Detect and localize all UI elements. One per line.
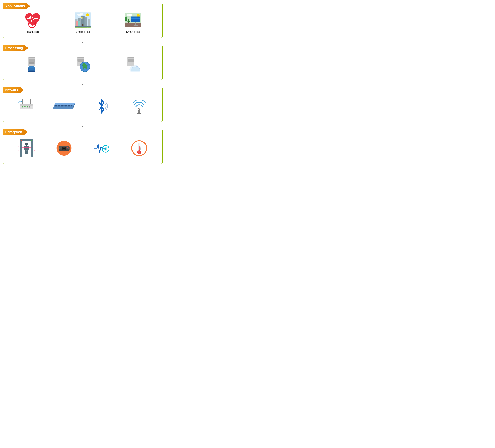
svg-rect-91 xyxy=(20,104,33,106)
svg-rect-102 xyxy=(62,105,63,106)
svg-rect-111 xyxy=(58,107,59,107)
svg-point-95 xyxy=(29,106,30,107)
svg-rect-99 xyxy=(58,105,59,106)
svg-rect-116 xyxy=(65,107,66,107)
svg-point-80 xyxy=(133,57,133,58)
svg-point-139 xyxy=(31,140,32,141)
cloud-server-item xyxy=(108,55,158,73)
svg-rect-136 xyxy=(31,139,33,157)
biosensor-icon xyxy=(94,139,110,157)
svg-rect-52 xyxy=(29,62,35,63)
scanner-icon xyxy=(18,139,35,157)
bluetooth-icon xyxy=(94,97,110,115)
svg-point-163 xyxy=(68,148,69,149)
svg-rect-53 xyxy=(29,63,35,64)
svg-point-64 xyxy=(82,57,83,58)
svg-rect-114 xyxy=(62,107,63,107)
cell-tower-item xyxy=(120,97,158,115)
svg-rect-13 xyxy=(84,17,84,18)
smart-grids-icon xyxy=(125,11,141,29)
local-server-icon xyxy=(25,55,41,73)
svg-point-160 xyxy=(63,148,64,148)
arrow-3: ↕ xyxy=(3,122,163,129)
applications-layer: Applications Health care xyxy=(3,3,163,38)
svg-rect-42 xyxy=(134,17,137,18)
svg-point-162 xyxy=(59,148,60,149)
svg-rect-15 xyxy=(82,18,83,19)
svg-rect-115 xyxy=(63,107,65,107)
svg-rect-44 xyxy=(134,25,138,26)
smart-cities-label: Smart cities xyxy=(76,30,90,33)
svg-point-50 xyxy=(34,59,34,60)
svg-point-65 xyxy=(82,59,83,60)
svg-rect-11 xyxy=(81,17,82,18)
svg-point-51 xyxy=(34,61,34,61)
svg-point-166 xyxy=(105,148,107,150)
internet-server-item xyxy=(58,55,108,73)
local-server-item xyxy=(8,55,58,73)
thermometer-item xyxy=(120,139,158,157)
scanner-item xyxy=(8,139,45,157)
svg-rect-120 xyxy=(71,107,72,107)
svg-rect-29 xyxy=(125,23,141,27)
network-switch-item xyxy=(45,97,83,115)
svg-point-70 xyxy=(82,67,84,69)
svg-point-59 xyxy=(28,70,35,71)
health-care-icon xyxy=(25,11,41,29)
camera-icon xyxy=(56,139,72,157)
svg-rect-96 xyxy=(21,108,32,108)
svg-rect-16 xyxy=(84,18,84,19)
svg-rect-14 xyxy=(81,18,82,19)
processing-label: Processing xyxy=(3,45,28,51)
smart-cities-icon xyxy=(75,11,91,29)
iot-architecture-diagram: Applications Health care xyxy=(3,3,163,164)
wifi-router-item xyxy=(8,97,45,115)
svg-line-151 xyxy=(34,146,35,147)
svg-rect-22 xyxy=(78,21,81,26)
processing-content xyxy=(8,52,158,76)
svg-point-93 xyxy=(24,106,26,107)
svg-point-49 xyxy=(34,57,34,58)
arrow-1: ↕ xyxy=(3,38,163,45)
health-care-label: Health care xyxy=(26,30,40,33)
svg-rect-134 xyxy=(137,113,141,114)
svg-point-138 xyxy=(21,140,22,141)
svg-rect-101 xyxy=(61,105,62,106)
svg-line-153 xyxy=(34,150,35,150)
svg-point-28 xyxy=(129,14,132,16)
bluetooth-item xyxy=(83,97,120,115)
svg-rect-30 xyxy=(125,23,141,23)
perception-label: Perception xyxy=(3,129,28,135)
svg-rect-170 xyxy=(139,146,140,151)
svg-rect-89 xyxy=(30,99,31,104)
applications-label: Applications xyxy=(3,3,30,9)
svg-point-92 xyxy=(22,106,23,107)
svg-rect-41 xyxy=(131,17,134,18)
network-switch-icon xyxy=(53,97,75,115)
biosensor-item xyxy=(83,139,120,157)
svg-line-150 xyxy=(18,150,19,150)
svg-point-0 xyxy=(34,22,37,24)
svg-line-148 xyxy=(18,146,19,147)
network-label: Network xyxy=(3,87,24,93)
svg-point-58 xyxy=(28,68,35,70)
svg-rect-23 xyxy=(82,24,83,26)
svg-rect-97 xyxy=(55,105,56,106)
arrow-2: ↕ xyxy=(3,80,163,87)
internet-server-icon xyxy=(75,55,91,73)
svg-point-161 xyxy=(67,147,68,148)
smart-grids-item: Smart grids xyxy=(108,11,158,33)
svg-rect-21 xyxy=(76,21,78,26)
svg-rect-19 xyxy=(78,26,80,27)
svg-rect-144 xyxy=(25,150,27,154)
svg-rect-100 xyxy=(59,105,60,106)
camera-item xyxy=(45,139,83,157)
svg-point-1 xyxy=(28,23,29,24)
network-content xyxy=(8,94,158,118)
svg-rect-112 xyxy=(59,107,60,107)
svg-rect-145 xyxy=(27,150,28,154)
network-layer: Network xyxy=(3,87,163,122)
svg-rect-104 xyxy=(65,105,66,106)
svg-point-3 xyxy=(86,14,89,16)
svg-point-172 xyxy=(138,151,140,154)
